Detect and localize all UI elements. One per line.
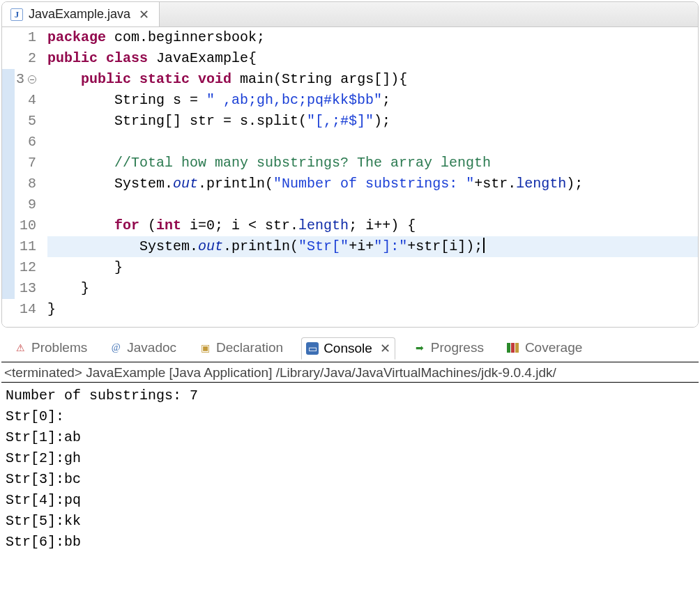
tab-label: Coverage [525, 340, 582, 355]
close-icon[interactable]: ✕ [377, 341, 390, 356]
marker-cell [2, 174, 15, 194]
marker-cell [2, 194, 15, 215]
tab-label: Problems [31, 340, 87, 355]
problems-icon: ⚠ [14, 341, 26, 354]
javadoc-icon: @ [109, 341, 122, 354]
tab-label: Console [324, 341, 372, 356]
tab-javadoc[interactable]: @Javadoc [105, 337, 181, 358]
code-line[interactable]: for (int i=0; i < str.length; i++) { [47, 215, 698, 236]
bottom-panel: ⚠Problems@Javadoc▣Declaration▭Console✕➡P… [1, 335, 699, 555]
line-number: 4 [16, 90, 36, 111]
marker-cell [2, 48, 15, 69]
fold-toggle-icon[interactable] [28, 75, 36, 84]
line-number: 13 [16, 278, 36, 299]
code-line[interactable]: public static void main(String args[]){ [47, 69, 698, 90]
code-line[interactable]: } [47, 257, 698, 278]
coverage-icon [506, 341, 520, 354]
marker-gutter [2, 27, 15, 320]
line-number: 6 [16, 132, 36, 153]
line-number: 9 [16, 194, 36, 215]
tab-coverage[interactable]: Coverage [502, 337, 586, 358]
console-output[interactable]: Number of substrings: 7 Str[0]: Str[1]:a… [1, 383, 699, 555]
code-line[interactable]: public class JavaExample{ [47, 48, 698, 69]
marker-cell [2, 69, 15, 90]
code-line[interactable]: String s = " ,ab;gh,bc;pq#kk$bb"; [47, 90, 698, 111]
tab-decl[interactable]: ▣Declaration [195, 337, 287, 358]
tab-label: Declaration [216, 340, 283, 355]
marker-cell [2, 278, 15, 299]
line-number: 11 [16, 236, 36, 257]
line-number: 3 [16, 69, 36, 90]
java-file-icon: J [10, 8, 23, 21]
editor-tab[interactable]: J JavaExample.java ✕ [2, 2, 160, 26]
marker-cell [2, 90, 15, 111]
line-number: 7 [16, 153, 36, 174]
code-line[interactable]: System.out.println("Number of substrings… [47, 174, 698, 194]
marker-cell [2, 215, 15, 236]
marker-cell [2, 132, 15, 153]
line-number-gutter: 1234567891011121314 [15, 27, 40, 320]
progress-icon: ➡ [413, 341, 426, 354]
marker-cell [2, 236, 15, 257]
text-caret [483, 238, 485, 253]
line-number: 1 [16, 27, 36, 48]
line-number: 14 [16, 299, 36, 320]
tab-console[interactable]: ▭Console✕ [301, 337, 395, 360]
editor-panel: J JavaExample.java ✕ 1234567891011121314… [1, 1, 699, 328]
line-number: 12 [16, 257, 36, 278]
marker-cell [2, 27, 15, 48]
code-line[interactable] [47, 194, 698, 215]
marker-cell [2, 153, 15, 174]
code-line[interactable] [47, 132, 698, 153]
code-line[interactable]: } [47, 278, 698, 299]
line-number: 2 [16, 48, 36, 69]
marker-cell [2, 111, 15, 132]
code-line[interactable]: //Total how many substrings? The array l… [47, 153, 698, 174]
console-status-line: <terminated> JavaExample [Java Applicati… [1, 362, 699, 383]
tab-label: Progress [431, 340, 484, 355]
line-number: 10 [16, 215, 36, 236]
code-line[interactable]: package com.beginnersbook; [47, 27, 698, 48]
editor-tab-title: JavaExample.java [29, 7, 130, 22]
console-icon: ▭ [306, 342, 319, 355]
tab-label: Javadoc [127, 340, 176, 355]
code-content[interactable]: package com.beginnersbook;public class J… [40, 27, 698, 320]
line-number: 8 [16, 174, 36, 194]
marker-cell [2, 299, 15, 320]
marker-cell [2, 257, 15, 278]
line-number: 5 [16, 111, 36, 132]
tab-problems[interactable]: ⚠Problems [10, 337, 91, 358]
code-line[interactable]: } [47, 299, 698, 320]
code-editor[interactable]: 1234567891011121314 package com.beginner… [2, 27, 698, 327]
code-line[interactable]: System.out.println("Str["+i+"]:"+str[i])… [47, 236, 698, 257]
tab-progress[interactable]: ➡Progress [409, 337, 488, 358]
views-tabbar: ⚠Problems@Javadoc▣Declaration▭Console✕➡P… [1, 335, 699, 362]
code-line[interactable]: String[] str = s.split("[,;#$]"); [47, 111, 698, 132]
declaration-icon: ▣ [199, 341, 211, 354]
close-icon[interactable]: ✕ [136, 7, 149, 22]
editor-tabbar: J JavaExample.java ✕ [2, 2, 698, 27]
